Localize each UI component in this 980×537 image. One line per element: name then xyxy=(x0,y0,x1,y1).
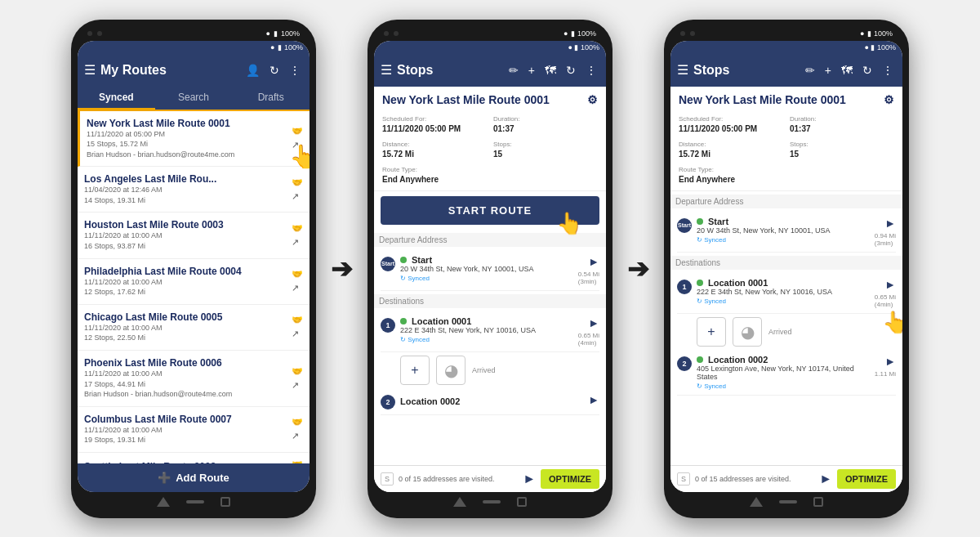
person-icon[interactable]: 👤 xyxy=(243,62,262,78)
hamburger-icon-2[interactable]: ☰ xyxy=(381,62,392,78)
route-type-value-3: End Anywhere xyxy=(679,175,894,184)
nav-arrow-2-2[interactable]: ► xyxy=(588,393,599,406)
duration-label-3: Duration: xyxy=(790,115,816,123)
share-icon-0[interactable]: 🤝 xyxy=(292,126,303,136)
screen-status-2: ● ▮ 100% xyxy=(374,41,606,54)
export-icon-4[interactable]: ↗ xyxy=(292,329,303,339)
share-icon-2[interactable]: 🤝 xyxy=(292,223,303,234)
back-nav-2[interactable] xyxy=(453,497,466,507)
stop-start-addr-2: 20 W 34th St, New York, NY 10001, USA xyxy=(400,265,578,273)
s-label-2: S xyxy=(381,472,394,486)
fingerprint-btn-3[interactable]: ◕ xyxy=(733,317,762,347)
tab-drafts[interactable]: Drafts xyxy=(232,87,310,110)
stop-right-1-2: ► 0.65 Mi(4min) xyxy=(578,316,599,347)
export-icon-6[interactable]: ↗ xyxy=(292,431,303,441)
nav-arrow-start-3[interactable]: ► xyxy=(884,217,896,230)
stop-badge-2-3: 2 xyxy=(677,356,692,371)
share-icon-4[interactable]: 🤝 xyxy=(292,315,303,325)
duration-value-3: 01:37 xyxy=(790,124,894,133)
add-icon-3[interactable]: + xyxy=(822,62,834,78)
route-meta-5: 11/11/2020 at 10:00 AM 17 Stops, 44.91 M… xyxy=(84,369,292,400)
home-nav[interactable] xyxy=(186,500,204,503)
route-name-1: Los Angeles Last Mile Rou... xyxy=(84,173,292,185)
route-item-1[interactable]: Los Angeles Last Mile Rou... 11/04/2020 … xyxy=(78,167,310,213)
phone-2-status-bar: ● ▮ 100% xyxy=(374,28,606,41)
optimize-button-2[interactable]: OPTIMIZE xyxy=(541,469,599,489)
scheduled-label-3: Scheduled For: xyxy=(679,115,723,123)
stop-start-right-2: ► 0.54 Mi(3min) xyxy=(578,255,599,285)
share-icon-1[interactable]: 🤝 xyxy=(292,177,303,188)
stops-list-3: Departure Address Start Start 20 W 34th … xyxy=(670,191,902,465)
green-dot-start-3 xyxy=(697,218,703,225)
nav-arrow-1-3[interactable]: ► xyxy=(884,278,896,291)
share-icon-3[interactable]: 🤝 xyxy=(292,269,303,280)
export-icon-1[interactable]: ↗ xyxy=(292,191,303,202)
route-item-0[interactable]: New York Last Mile Route 0001 11/11/2020… xyxy=(78,111,310,168)
navigate-icon-3[interactable]: ► xyxy=(819,472,832,486)
optimize-button-3[interactable]: OPTIMIZE xyxy=(837,469,896,489)
duration-value-2: 01:37 xyxy=(493,124,598,133)
route-item-7[interactable]: Seattle Last Mile Route 0008 11/11/2020 … xyxy=(78,453,310,463)
location-icon: ● xyxy=(266,29,270,38)
refresh-icon[interactable]: ↻ xyxy=(267,62,282,78)
recents-nav-2[interactable] xyxy=(517,497,527,507)
add-icon-2[interactable]: + xyxy=(526,62,537,78)
route-meta-1: 11/04/2020 at 12:46 AM 14 Stops, 19.31 M… xyxy=(84,185,292,205)
map-icon-2[interactable]: 🗺 xyxy=(542,62,559,78)
add-route-label: Add Route xyxy=(176,472,229,484)
edit-icon-2[interactable]: ✏ xyxy=(506,62,521,78)
back-nav-3[interactable] xyxy=(750,497,763,507)
route-item-4[interactable]: Chicago Last Mile Route 0005 11/11/2020 … xyxy=(78,305,310,351)
export-icon-0[interactable]: ↗ xyxy=(292,140,303,150)
refresh-icon-2[interactable]: ↻ xyxy=(564,62,578,78)
phone-2-nav-bar xyxy=(374,492,606,508)
stops-value-3: 15 xyxy=(790,150,894,159)
recents-nav[interactable] xyxy=(220,497,230,507)
more-icon-3[interactable]: ⋮ xyxy=(880,62,896,78)
fingerprint-btn-2[interactable]: ◕ xyxy=(436,356,466,385)
map-icon-3[interactable]: 🗺 xyxy=(839,62,855,78)
add-arrived-btn-3[interactable]: + xyxy=(697,317,726,347)
departure-section-3: Departure Address xyxy=(670,195,902,208)
navigate-icon-2[interactable]: ► xyxy=(523,472,536,486)
route-item-3[interactable]: Philadelphia Last Mile Route 0004 11/11/… xyxy=(78,259,310,305)
route-item-6[interactable]: Columbus Last Mile Route 0007 11/11/2020… xyxy=(78,407,310,453)
route-item-5[interactable]: Phoenix Last Mile Route 0006 11/11/2020 … xyxy=(78,351,310,407)
export-icon-2[interactable]: ↗ xyxy=(292,237,303,248)
nav-arrow-start-2[interactable]: ► xyxy=(588,255,599,268)
refresh-icon-3[interactable]: ↻ xyxy=(860,62,875,78)
more-icon-2[interactable]: ⋮ xyxy=(583,62,599,78)
share-icon-6[interactable]: 🤝 xyxy=(292,417,303,427)
app-header-2: ☰ Stops ✏ + 🗺 ↻ ⋮ xyxy=(374,54,606,87)
destinations-section-2: Destinations xyxy=(374,294,606,308)
route-detail-grid-3: Scheduled For: 11/11/2020 05:00 PM Durat… xyxy=(679,110,894,184)
nav-arrow-2-3[interactable]: ► xyxy=(884,355,896,368)
home-nav-2[interactable] xyxy=(483,500,501,503)
start-route-button-2[interactable]: START ROUTE 👆 xyxy=(381,196,599,225)
more-icon[interactable]: ⋮ xyxy=(287,62,303,78)
recents-nav-3[interactable] xyxy=(813,497,823,507)
share-icon-5[interactable]: 🤝 xyxy=(292,366,303,377)
stop-item-2-3: 2 Location 0002 405 Lexington Ave, New Y… xyxy=(677,350,896,396)
phone-1-screen: ● ▮ 100% ☰ My Routes 👤 ↻ ⋮ Synced Search… xyxy=(78,41,310,492)
settings-icon-2[interactable]: ⚙ xyxy=(587,93,598,106)
hamburger-icon-3[interactable]: ☰ xyxy=(677,62,688,78)
export-icon-3[interactable]: ↗ xyxy=(292,283,303,293)
stop-sync-1-3: ↻ Synced xyxy=(697,298,875,305)
stops-list-2: Departure Address Start Start 20 W 34th … xyxy=(374,230,606,465)
route-name-6: Columbus Last Mile Route 0007 xyxy=(84,414,292,425)
route-item-2[interactable]: Houston Last Mile Route 0003 11/11/2020 … xyxy=(78,213,310,258)
settings-icon-3[interactable]: ⚙ xyxy=(884,93,894,106)
app-title-3: Stops xyxy=(693,63,798,78)
home-nav-3[interactable] xyxy=(779,500,797,503)
back-nav[interactable] xyxy=(157,497,170,507)
add-route-button[interactable]: ➕ Add Route xyxy=(78,463,310,492)
add-arrived-btn-2[interactable]: + xyxy=(400,356,430,385)
hamburger-icon[interactable]: ☰ xyxy=(84,62,96,78)
edit-icon-3[interactable]: ✏ xyxy=(803,62,817,78)
tab-search[interactable]: Search xyxy=(155,87,233,110)
export-icon-5[interactable]: ↗ xyxy=(292,380,303,391)
stop-item-1-3: 1 Location 0001 222 E 34th St, New York,… xyxy=(677,273,896,314)
nav-arrow-1-2[interactable]: ► xyxy=(588,316,599,329)
tab-synced[interactable]: Synced xyxy=(78,87,155,110)
